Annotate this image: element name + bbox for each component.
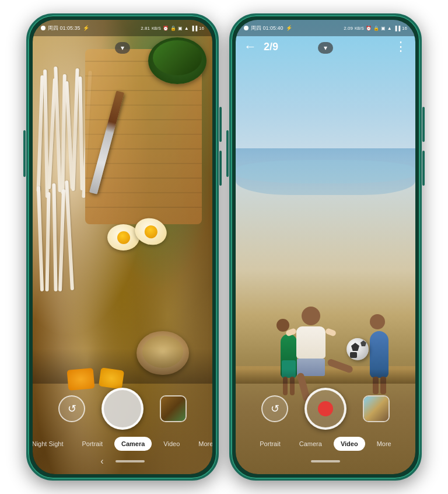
power-button-1[interactable] bbox=[23, 130, 26, 177]
home-indicator-1[interactable] bbox=[116, 460, 145, 462]
shutter-button-2[interactable] bbox=[304, 388, 346, 430]
right-player bbox=[370, 314, 388, 378]
kicker-body-container bbox=[293, 307, 328, 376]
mode-tab-night-sight[interactable]: Night Sight bbox=[33, 437, 71, 451]
sim-icon-1: ▣ bbox=[178, 26, 183, 31]
thumbnail-button-2[interactable] bbox=[363, 395, 390, 422]
status-time-1: 周四 01:05:35 bbox=[48, 25, 80, 32]
signal-bars-2: ▐▐ bbox=[394, 26, 400, 31]
signal-strength-2: 2.09 bbox=[344, 26, 353, 31]
flip-camera-button-1[interactable]: ↺ bbox=[58, 395, 85, 422]
status-bar-1: 周四 01:05:35 ⚡ 2.81 KB/S ⏰ 🔒 ▣ ▲ ▐▐ 16 bbox=[33, 20, 212, 36]
dropdown-indicator-1[interactable]: ▾ bbox=[115, 42, 130, 54]
ball-pentagon-3 bbox=[350, 352, 357, 358]
photo-count: 2/9 bbox=[264, 41, 278, 53]
volume-up-button[interactable] bbox=[219, 107, 222, 142]
dropdown-indicator-2[interactable]: ▾ bbox=[318, 42, 333, 54]
mode-tab-video-1[interactable]: Video bbox=[156, 437, 187, 451]
status-right-1: 2.81 KB/S ⏰ 🔒 ▣ ▲ ▐▐ 16 bbox=[141, 26, 204, 31]
back-button-2[interactable]: ← bbox=[244, 39, 257, 54]
phone-2: 周四 01:05:40 ⚡ 2.09 KB/S ⏰ 🔒 ▣ ▲ ▐▐ 16 ← bbox=[229, 13, 422, 481]
bottom-bar-2 bbox=[236, 453, 415, 469]
signal-bars-1: ▐▐ bbox=[191, 26, 197, 31]
kicker-torso bbox=[296, 326, 326, 359]
wifi-icon-2: ▲ bbox=[387, 26, 392, 31]
wifi-icon-1: ▲ bbox=[184, 26, 189, 31]
camera-buttons-2: ↺ bbox=[236, 388, 415, 430]
thumbnail-beach-image bbox=[364, 396, 388, 421]
food-item-2 bbox=[99, 367, 124, 389]
ball-pentagon-2 bbox=[360, 340, 366, 346]
status-left-1: 周四 01:05:35 ⚡ bbox=[41, 25, 89, 32]
mode-tab-portrait-2[interactable]: Portrait bbox=[253, 437, 287, 451]
nav-back-button-1[interactable]: ‹ bbox=[100, 456, 103, 467]
phone-2-screen: 周四 01:05:40 ⚡ 2.09 KB/S ⏰ 🔒 ▣ ▲ ▐▐ 16 ← bbox=[236, 20, 415, 474]
mode-tab-camera-2[interactable]: Camera bbox=[292, 437, 329, 451]
battery-level-2: 16 bbox=[402, 26, 407, 31]
lightning-icon: ⚡ bbox=[83, 25, 89, 31]
kicker-head bbox=[302, 307, 320, 325]
alarm-icon-2: ⏰ bbox=[366, 26, 372, 31]
greens-bowl bbox=[148, 37, 206, 84]
status-dot-1 bbox=[41, 26, 46, 30]
soccer-ball bbox=[346, 338, 369, 360]
status-time-2: 周四 01:05:40 bbox=[251, 25, 284, 32]
mode-tab-more-1[interactable]: More bbox=[191, 437, 212, 451]
dropdown-arrow-1: ▾ bbox=[121, 44, 124, 52]
thumbnail-food-image bbox=[161, 396, 186, 421]
status-bar-2: 周四 01:05:40 ⚡ 2.09 KB/S ⏰ 🔒 ▣ ▲ ▐▐ 16 bbox=[236, 20, 415, 36]
status-dot-2 bbox=[244, 26, 249, 30]
phone-1-frame: 周四 01:05:35 ⚡ 2.81 KB/S ⏰ 🔒 ▣ ▲ ▐▐ 16 ▾ bbox=[26, 13, 219, 481]
volume-down-button-2[interactable] bbox=[422, 151, 425, 186]
battery-level-1: 16 bbox=[199, 26, 204, 31]
flip-icon-1: ↺ bbox=[68, 402, 76, 415]
status-left-2: 周四 01:05:40 ⚡ bbox=[244, 25, 292, 32]
thumbnail-button-1[interactable] bbox=[160, 395, 187, 422]
signal-strength-1: 2.81 bbox=[141, 26, 150, 31]
volume-up-button-2[interactable] bbox=[422, 107, 425, 142]
main-kicker bbox=[293, 307, 328, 376]
mode-tab-video-2[interactable]: Video bbox=[334, 437, 365, 451]
sim-icon-2: ▣ bbox=[381, 26, 386, 31]
kb-unit-2: KB/S bbox=[355, 26, 364, 30]
bottom-bar-1: ‹ bbox=[33, 453, 212, 469]
mode-tab-more-2[interactable]: More bbox=[370, 437, 398, 451]
camera-controls-2: ↺ Portrait Camera Video bbox=[236, 388, 415, 451]
status-right-2: 2.09 KB/S ⏰ 🔒 ▣ ▲ ▐▐ 16 bbox=[344, 26, 407, 31]
lightning-icon-2: ⚡ bbox=[286, 25, 292, 31]
mode-tabs-2: Portrait Camera Video More bbox=[236, 437, 415, 451]
shutter-button-1[interactable] bbox=[102, 388, 144, 430]
phone-1: 周四 01:05:35 ⚡ 2.81 KB/S ⏰ 🔒 ▣ ▲ ▐▐ 16 ▾ bbox=[26, 13, 219, 481]
camera-buttons-1: ↺ bbox=[33, 388, 212, 430]
flip-icon-2: ↺ bbox=[271, 402, 279, 415]
more-options-button[interactable]: ⋮ bbox=[394, 39, 407, 54]
mode-tabs-1: Night Sight Portrait Camera Video More bbox=[33, 437, 212, 451]
header-left-group: ← 2/9 bbox=[244, 39, 278, 54]
phone-1-screen: 周四 01:05:35 ⚡ 2.81 KB/S ⏰ 🔒 ▣ ▲ ▐▐ 16 ▾ bbox=[33, 20, 212, 474]
kb-unit-1: KB/S bbox=[152, 26, 161, 30]
phone-2-frame: 周四 01:05:40 ⚡ 2.09 KB/S ⏰ 🔒 ▣ ▲ ▐▐ 16 ← bbox=[229, 13, 422, 481]
mode-tab-portrait-1[interactable]: Portrait bbox=[75, 437, 110, 451]
right-player-head bbox=[370, 314, 385, 329]
home-indicator-2[interactable] bbox=[311, 460, 340, 462]
ocean-foam bbox=[236, 160, 415, 183]
camera-controls-1: ↺ Night Sight Portrait Camera bbox=[33, 388, 212, 451]
volume-down-button[interactable] bbox=[219, 151, 222, 186]
lock-icon-2: 🔒 bbox=[373, 26, 379, 31]
mode-tab-camera-1[interactable]: Camera bbox=[114, 437, 152, 451]
power-button-2[interactable] bbox=[226, 130, 229, 177]
alarm-icon-1: ⏰ bbox=[163, 26, 169, 31]
dropdown-arrow-2: ▾ bbox=[324, 44, 327, 52]
flip-camera-button-2[interactable]: ↺ bbox=[261, 395, 288, 422]
ball-pentagon-1 bbox=[351, 343, 359, 351]
lock-icon-1: 🔒 bbox=[170, 26, 176, 31]
